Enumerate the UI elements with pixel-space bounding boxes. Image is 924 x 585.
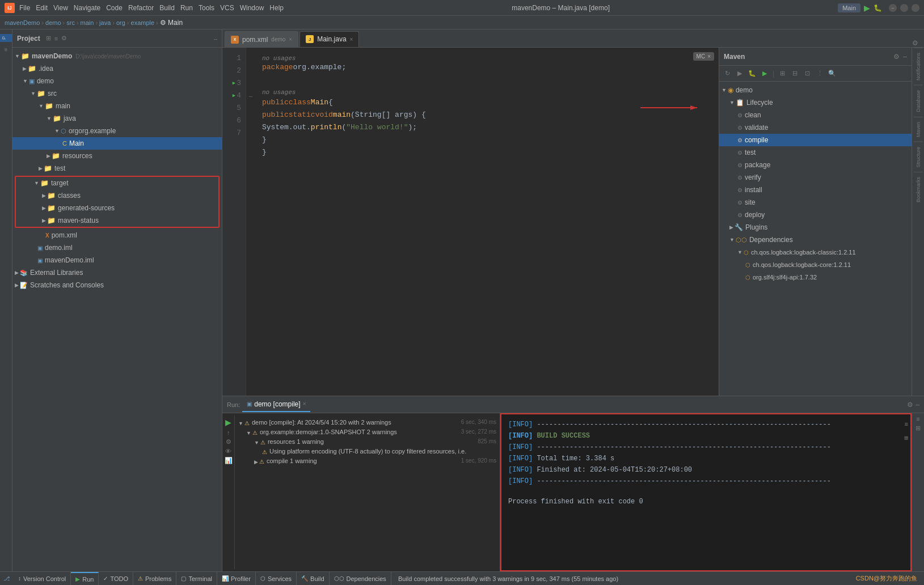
menu-view[interactable]: View	[53, 4, 68, 12]
debug-button[interactable]: 🐛	[874, 4, 882, 12]
status-tab-build[interactable]: 🔨 Build	[297, 572, 329, 586]
maven-item-demo[interactable]: ▼ ◉ demo	[719, 84, 912, 96]
status-tab-profiler[interactable]: 📊 Profiler	[217, 572, 256, 586]
maximize-button[interactable]	[900, 4, 908, 12]
status-tab-services[interactable]: ⬡ Services	[256, 572, 297, 586]
minimize-button[interactable]: –	[889, 4, 897, 12]
run-panel-icon1[interactable]: ↑	[227, 429, 230, 436]
status-tab-dependencies[interactable]: ⬡⬡ Dependencies	[330, 572, 391, 586]
tree-item-mavendemo[interactable]: ▼ 📁 mavenDemo D:\java\code\mavenDemo	[12, 50, 222, 62]
breadcrumb-item-1[interactable]: demo	[45, 19, 61, 26]
fold-indicator-4[interactable]: –	[249, 90, 252, 102]
run-button[interactable]: ▶	[864, 3, 870, 12]
console-icon-1[interactable]: ≡	[904, 419, 908, 430]
menu-build[interactable]: Build	[159, 4, 175, 12]
maven-item-compile[interactable]: ⚙ compile	[719, 134, 912, 146]
maven-toolbar-skip[interactable]: ▶	[759, 68, 770, 79]
tree-item-demo[interactable]: ▼ ▣ demo	[12, 75, 222, 87]
run-gutter-4[interactable]: ▶	[233, 90, 235, 102]
tab-main-java[interactable]: J Main.java ×	[299, 31, 359, 47]
breadcrumb-item-0[interactable]: mavenDemo	[5, 19, 40, 26]
project-header-icon2[interactable]: ≡	[54, 35, 58, 42]
maven-item-validate[interactable]: ⚙ validate	[719, 121, 912, 134]
menu-refactor[interactable]: Refactor	[128, 4, 154, 12]
run-panel-icon2[interactable]: ⚙	[226, 438, 231, 446]
tree-item-ext-libs[interactable]: ▶ 📚 External Libraries	[12, 266, 222, 279]
java-tab-close[interactable]: ×	[350, 36, 353, 43]
maven-item-install[interactable]: ⚙ install	[719, 184, 912, 196]
maven-toolbar-run[interactable]: ▶	[734, 68, 745, 79]
tree-item-org-example[interactable]: ▼ ⬡ org org.example	[12, 125, 222, 137]
right-tab-structure[interactable]: Structure	[914, 142, 923, 172]
status-tab-todo[interactable]: ✓ TODO	[99, 572, 133, 586]
status-tab-version-control[interactable]: ↕ Version Control	[14, 572, 71, 586]
pom-tab-close[interactable]: ×	[289, 36, 292, 43]
right-tab-bookmarks[interactable]: Bookmarks	[914, 172, 923, 207]
run-panel-icon4[interactable]: 📊	[225, 457, 233, 464]
breadcrumb-item-7[interactable]: ⚙ Main	[160, 19, 183, 27]
maven-item-package[interactable]: ⚙ package	[719, 159, 912, 171]
project-header-icon1[interactable]: ⊞	[46, 35, 51, 42]
tree-item-mavendemo-iml[interactable]: ▣ mavenDemo.iml	[12, 254, 222, 266]
maven-item-dep1-parent[interactable]: ▼ ⬡ ch.qos.logback:logback-classic:1.2.1…	[719, 246, 912, 258]
console-icon-2[interactable]: ⊞	[904, 433, 908, 444]
run-config-tab-close[interactable]: ×	[303, 401, 306, 407]
maven-toolbar-icon9[interactable]: 🔍	[826, 68, 838, 79]
menu-file[interactable]: File	[19, 4, 30, 12]
tree-item-maven-status[interactable]: ▶ 📁 maven-status	[16, 214, 218, 227]
maven-settings-icon[interactable]: ⚙	[893, 53, 900, 61]
menu-window[interactable]: Window	[240, 4, 264, 12]
project-header-icon4[interactable]: –	[214, 35, 217, 42]
menu-edit[interactable]: Edit	[36, 4, 48, 12]
maven-toolbar-icon8[interactable]: ⋮	[814, 68, 825, 79]
maven-item-deploy[interactable]: ⚙ deploy	[719, 209, 912, 221]
breadcrumb-item-3[interactable]: main	[81, 19, 94, 26]
tree-item-target[interactable]: ▼ 📁 target	[16, 177, 218, 189]
breadcrumb-item-4[interactable]: java	[99, 19, 111, 26]
bottom-panel-settings[interactable]: ⚙	[907, 401, 913, 409]
menu-vcs[interactable]: VCS	[220, 4, 234, 12]
maven-item-lifecycle[interactable]: ▼ 📋 Lifecycle	[719, 96, 912, 109]
right-tab-database[interactable]: Database	[914, 85, 923, 117]
mc-badge-close[interactable]: ×	[707, 53, 711, 60]
console-side-icon2[interactable]: ⊞	[915, 425, 921, 432]
tab-pom[interactable]: X pom.xml demo ×	[225, 31, 298, 47]
editor-settings-icon[interactable]: ⚙	[909, 39, 922, 47]
bottom-panel-minimize[interactable]: –	[915, 401, 919, 409]
menu-help[interactable]: Help	[269, 4, 284, 12]
right-tab-maven-vertical[interactable]: Maven	[914, 117, 923, 142]
maven-minimize-icon[interactable]: –	[903, 53, 907, 61]
build-item-resources[interactable]: ▼ ⚠ resources 1 warning 825 ms	[235, 437, 500, 447]
run-gutter-3[interactable]: ▶	[233, 77, 235, 90]
tree-item-demo-iml[interactable]: ▣ demo.iml	[12, 241, 222, 254]
build-item-compile[interactable]: ▶ ⚠ compile 1 warning 1 sec, 920 ms	[235, 456, 500, 466]
menu-run[interactable]: Run	[180, 4, 193, 12]
run-config-tab[interactable]: ▣ demo [compile] ×	[242, 397, 310, 412]
maven-item-dep1-2[interactable]: ⬡ org.slf4j:slf4j-api:1.7.32	[719, 271, 912, 283]
maven-item-clean[interactable]: ⚙ clean	[719, 109, 912, 121]
status-tab-terminal[interactable]: ▢ Terminal	[176, 572, 217, 586]
run-panel-play[interactable]: ▶	[225, 418, 231, 427]
structure-icon[interactable]: ≡	[3, 45, 9, 54]
tree-item-generated-sources[interactable]: ▶ 📁 generated-sources	[16, 202, 218, 214]
run-panel-icon3[interactable]: 👁	[225, 448, 231, 455]
maven-item-site[interactable]: ⚙ site	[719, 196, 912, 209]
tree-item-test[interactable]: ▶ 📁 test	[12, 162, 222, 175]
menu-code[interactable]: Code	[106, 4, 123, 12]
maven-toolbar-debug[interactable]: 🐛	[746, 68, 758, 79]
tree-item-scratches[interactable]: ▶ 📝 Scratches and Consoles	[12, 279, 222, 291]
breadcrumb-item-2[interactable]: src	[66, 19, 75, 26]
close-button[interactable]	[912, 4, 919, 12]
maven-item-plugins[interactable]: ▶ 🔧 Plugins	[719, 221, 912, 234]
maven-item-test[interactable]: ⚙ test	[719, 146, 912, 159]
tree-item-idea[interactable]: ▶ 📁 .idea	[12, 62, 222, 75]
maven-item-dep1-1[interactable]: ⬡ ch.qos.logback:logback-core:1.2.11	[719, 258, 912, 271]
status-tab-run[interactable]: ▶ Run	[71, 572, 99, 586]
maven-toolbar-icon5[interactable]: ⊞	[777, 68, 788, 79]
tree-item-resources[interactable]: ▶ 📁 resources	[12, 150, 222, 162]
build-item-snapshot[interactable]: ▼ ⚠ org.example:demojar:1.0-SNAPSHOT 2 w…	[235, 427, 500, 437]
maven-toolbar-icon6[interactable]: ⊟	[789, 68, 800, 79]
console-side-icon1[interactable]: ≡	[916, 416, 919, 422]
tree-item-src[interactable]: ▼ 📁 src	[12, 87, 222, 100]
right-tab-notifications[interactable]: Notifications	[914, 48, 923, 85]
